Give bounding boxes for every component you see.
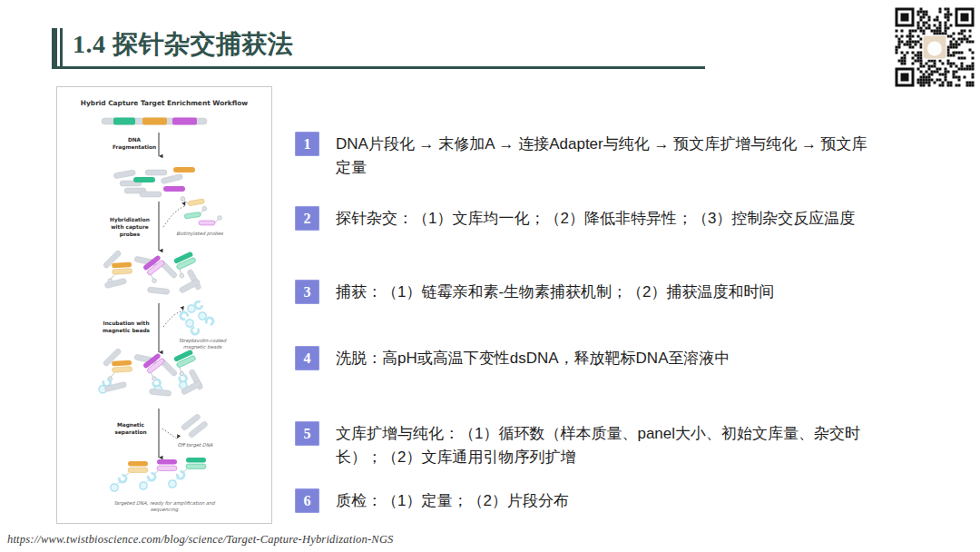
flow-label-magnetic: Magnetic [117, 422, 145, 429]
step-row-4: 4 洗脱：高pH或高温下变性dsDNA，释放靶标DNA至溶液中 [295, 346, 882, 370]
title-accent-bar [52, 28, 57, 66]
flow-label-with-capture: with capture [111, 224, 149, 231]
flow-label-incubation: Incubation with [103, 320, 149, 326]
flow-label-fragmentation: Fragmentation [113, 144, 156, 151]
qr-code-image [893, 5, 976, 89]
page-title: 1.4 探针杂交捕获法 [73, 27, 294, 62]
fragment-cluster [113, 167, 195, 197]
annotation-biotinylated-probes: Biotinylated probes [176, 231, 224, 237]
step-number-badge: 2 [295, 206, 319, 231]
hybridized-cluster [103, 250, 201, 294]
dashed-arrow-offtarget [162, 429, 177, 439]
flow-label-separation: separation [114, 429, 146, 436]
step-number-badge: 3 [295, 280, 319, 304]
biotinylated-probes [181, 193, 222, 225]
dashed-arrow-probes [163, 206, 185, 227]
bead-bound-cluster [97, 348, 205, 396]
workflow-figure-panel: Hybrid Capture Target Enrichment Workflo… [56, 86, 272, 524]
off-target-fragments [181, 413, 209, 439]
flow-label-probes: probes [120, 232, 141, 238]
step-text: 质检：（1）定量；（2）片段分布 [336, 488, 882, 513]
step-text: 文库扩增与纯化：（1）循环数（样本质量、panel大小、初始文库量、杂交时长）；… [336, 421, 882, 469]
flow-label-hybridization: Hybridization [110, 217, 150, 223]
workflow-diagram: Hybrid Capture Target Enrichment Workflo… [57, 87, 271, 523]
figure-title: Hybrid Capture Target Enrichment Workflo… [81, 99, 248, 107]
step-row-5: 5 文库扩增与纯化：（1）循环数（样本质量、panel大小、初始文库量、杂交时长… [295, 421, 882, 469]
targeted-dna-row [111, 458, 206, 491]
magnetic-beads-cluster [179, 301, 214, 335]
annotation-off-target: Off target DNA [178, 442, 213, 448]
step-text: 捕获：（1）链霉亲和素-生物素捕获机制；（2）捕获温度和时间 [336, 280, 882, 304]
figure-caption-line2: sequencing [151, 507, 179, 513]
figure-caption-line1: Targeted DNA, ready for amplification an… [113, 500, 215, 507]
step-text: 洗脱：高pH或高温下变性dsDNA，释放靶标DNA至溶液中 [336, 346, 882, 370]
source-url: https://www.twistbioscience.com/blog/sci… [7, 533, 394, 547]
step-row-3: 3 捕获：（1）链霉亲和素-生物素捕获机制；（2）捕获温度和时间 [295, 280, 882, 304]
title-accent-bar-thin [60, 28, 63, 66]
step-number-badge: 5 [295, 421, 319, 446]
step-text: 探针杂交：（1）文库均一化；（2）降低非特异性；（3）控制杂交反应温度 [336, 206, 882, 231]
step-number-badge: 4 [295, 346, 319, 370]
step-text: DNA片段化 → 末修加A → 连接Adapter与纯化 → 预文库扩增与纯化 … [336, 132, 882, 180]
step-number-badge: 6 [295, 488, 319, 513]
step-row-6: 6 质检：（1）定量；（2）片段分布 [295, 488, 882, 513]
flow-label-magnetic-beads: magnetic beads [103, 328, 151, 334]
qr-code [893, 5, 976, 89]
step-row-1: 1 DNA片段化 → 末修加A → 连接Adapter与纯化 → 预文库扩增与纯… [295, 132, 882, 180]
annotation-streptavidin-2: magnetic beads [183, 344, 223, 350]
annotation-streptavidin-1: Streptavidin-coated [179, 338, 227, 344]
title-underline [52, 66, 705, 69]
flow-label-dna: DNA [128, 137, 142, 143]
step-row-2: 2 探针杂交：（1）文库均一化；（2）降低非特异性；（3）控制杂交反应温度 [295, 206, 882, 231]
step-number-badge: 1 [295, 132, 319, 156]
intact-dna-bar [102, 118, 207, 125]
